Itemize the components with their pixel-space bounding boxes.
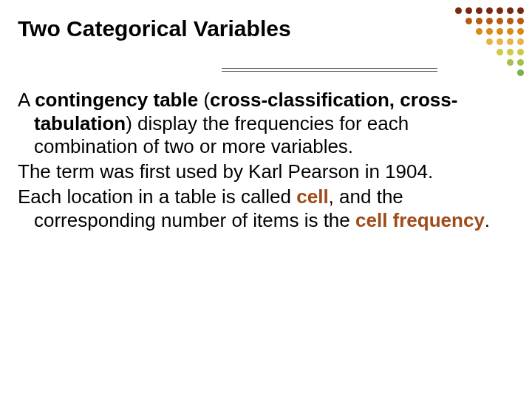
decor-dot: [486, 18, 493, 24]
underline-top: [222, 68, 437, 69]
title-underline: [222, 68, 437, 74]
decor-dot: [507, 18, 514, 24]
decor-dot: [497, 7, 503, 14]
decor-dot: [517, 18, 524, 24]
underline-bottom: [222, 71, 437, 72]
decor-dot: [507, 7, 514, 14]
p1-lead: A: [18, 89, 35, 111]
decor-dot: [497, 28, 503, 35]
decor-dot: [486, 38, 493, 45]
decor-dot: [476, 18, 482, 24]
decor-dot: [476, 28, 482, 35]
decor-dot: [507, 38, 514, 45]
p3-term-cell-frequency: cell frequency: [355, 209, 485, 231]
decor-dot: [517, 38, 524, 45]
decor-dot: [497, 49, 503, 55]
decor-dot: [517, 69, 524, 76]
decor-dot: [486, 28, 493, 35]
paragraph-1: A contingency table (cross-classificatio…: [18, 89, 499, 159]
decor-dot: [507, 49, 514, 55]
decor-dot: [466, 7, 472, 14]
decor-dot: [517, 28, 524, 35]
corner-dot-pattern: [454, 6, 525, 77]
decor-dot: [517, 49, 524, 55]
decor-dot: [466, 18, 472, 24]
slide: Two Categorical Variables A contingency …: [0, 0, 532, 399]
slide-body: A contingency table (cross-classificatio…: [18, 89, 499, 233]
decor-dot: [517, 59, 524, 66]
p1-term-contingency-table: contingency table: [35, 89, 198, 111]
p3-tail: .: [485, 209, 490, 231]
decor-dot: [497, 18, 503, 24]
paragraph-2: The term was first used by Karl Pearson …: [18, 160, 499, 184]
decor-dot: [486, 7, 493, 14]
decor-dot: [507, 59, 514, 66]
decor-dot: [507, 28, 514, 35]
p3-lead: Each location in a table is called: [18, 185, 296, 208]
paragraph-3: Each location in a table is called cell,…: [18, 185, 499, 232]
decor-dot: [517, 7, 524, 14]
decor-dot: [497, 38, 503, 45]
decor-dot: [455, 7, 462, 14]
slide-title: Two Categorical Variables: [18, 16, 291, 42]
p1-mid1: (: [198, 89, 210, 111]
decor-dot: [476, 7, 482, 14]
p3-term-cell: cell: [296, 185, 328, 208]
